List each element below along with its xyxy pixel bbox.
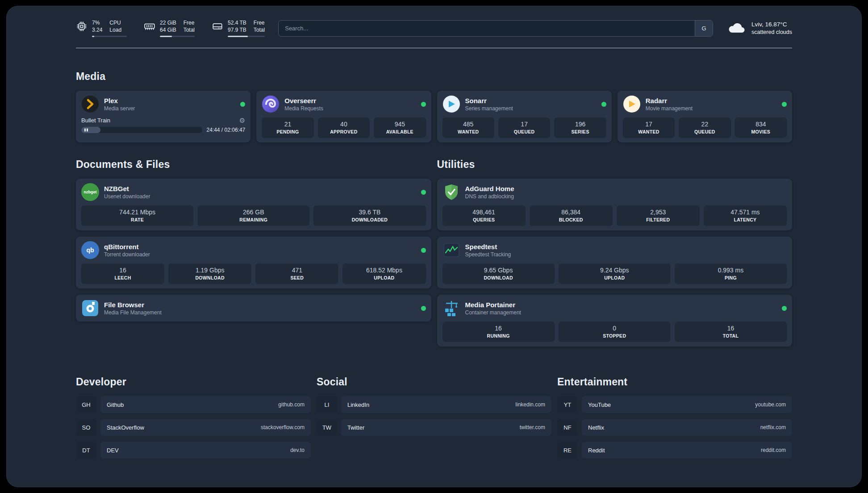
- section-heading-media: Media: [76, 71, 792, 83]
- stat-running: 16 RUNNING: [442, 322, 555, 342]
- cpu-readout: 7% 3.24 CPU Load: [92, 20, 127, 37]
- plex-card: Plex Media server Bullet Train ⚙ 24:44 /…: [76, 91, 250, 142]
- bookmark-link[interactable]: Netflix netflix.com: [582, 419, 792, 436]
- bookmark-abbr[interactable]: GH: [76, 396, 96, 413]
- service-description: Container management: [465, 309, 521, 316]
- disk-total-value: 97.9 TB: [228, 27, 246, 34]
- stat-value: 471: [257, 267, 337, 274]
- service-description: Media File Management: [104, 309, 162, 316]
- pause-icon[interactable]: [84, 129, 88, 132]
- stat-value: 834: [737, 121, 785, 128]
- filebrowser-service-link[interactable]: File Browser Media File Management: [81, 299, 426, 317]
- bookmark-abbr[interactable]: NF: [557, 419, 578, 436]
- disk-usage-fill: [228, 36, 248, 37]
- bookmark-url: reddit.com: [761, 447, 786, 453]
- bookmark-link[interactable]: StackOverflow stackoverflow.com: [100, 419, 311, 436]
- stat-label: PENDING: [263, 129, 312, 134]
- service-description: Media server: [104, 105, 135, 112]
- stat-stopped: 0 STOPPED: [559, 322, 671, 342]
- cpu-label-secondary: Load: [109, 27, 121, 34]
- service-name: AdGuard Home: [465, 185, 514, 192]
- memory-labels: Free Total: [184, 20, 195, 33]
- stat-label: SEED: [257, 275, 337, 280]
- bookmark-abbr[interactable]: SO: [76, 419, 96, 436]
- playback-progress-bar: [81, 127, 202, 133]
- social-column: Social LI LinkedIn linkedin.com TW Twitt…: [317, 355, 551, 442]
- qbittorrent-service-link[interactable]: qb qBittorrent Torrent downloader: [81, 241, 426, 259]
- bookmark-link[interactable]: YouTube youtube.com: [582, 396, 792, 413]
- portainer-service-link[interactable]: Media Portainer Container management: [442, 299, 787, 317]
- disk-free-value: 52.4 TB: [228, 20, 246, 27]
- sonarr-service-link[interactable]: Sonarr Series management: [442, 95, 606, 113]
- bookmark-name: DEV: [107, 447, 119, 454]
- stat-value: 9.24 Gbps: [560, 267, 669, 274]
- cpu-values: 7% 3.24: [92, 20, 102, 33]
- stat-value: 16: [83, 267, 163, 274]
- service-name: Sonarr: [465, 97, 513, 104]
- stat-label: QUERIES: [444, 217, 524, 222]
- settings-gear-icon[interactable]: ⚙: [239, 117, 245, 124]
- memory-icon: [144, 21, 155, 32]
- bookmark-url: stackoverflow.com: [261, 424, 305, 430]
- nzbget-service-link[interactable]: nzbget NZBGet Usenet downloader: [81, 183, 426, 201]
- adguard-service-link[interactable]: AdGuard Home DNS and adblocking: [442, 183, 787, 201]
- bookmark-name: YouTube: [588, 401, 611, 408]
- overseerr-stats: 21 PENDING 40 APPROVED 945 AVAILABLE: [262, 117, 426, 138]
- radarr-service-link[interactable]: Radarr Movie management: [623, 95, 787, 113]
- memory-usage-fill: [160, 36, 172, 37]
- memory-label-primary: Free: [184, 20, 195, 27]
- qbittorrent-stats: 16 LEECH 1.19 Gbps DOWNLOAD 471 SEED 618…: [81, 263, 426, 284]
- stat-label: AVAILABLE: [376, 129, 424, 134]
- nzbget-icon: nzbget: [81, 183, 99, 201]
- search-input[interactable]: [279, 21, 695, 36]
- bookmark-link[interactable]: DEV dev.to: [100, 442, 311, 459]
- overseerr-service-link[interactable]: Overseerr Media Requests: [262, 95, 426, 113]
- bookmark-link[interactable]: Reddit reddit.com: [582, 442, 792, 459]
- stat-available: 945 AVAILABLE: [374, 117, 426, 138]
- radarr-meta: Radarr Movie management: [646, 97, 693, 112]
- bookmark-link[interactable]: LinkedIn linkedin.com: [341, 396, 551, 413]
- bookmark-link[interactable]: Github github.com: [100, 396, 311, 413]
- cpu-widget: 7% 3.24 CPU Load: [76, 20, 127, 37]
- service-name: Overseerr: [284, 97, 323, 104]
- search-provider-button[interactable]: G: [695, 21, 713, 36]
- section-heading-utilities: Utilities: [437, 159, 793, 171]
- bookmark-abbr[interactable]: LI: [317, 396, 337, 413]
- service-name: Radarr: [646, 97, 693, 104]
- disk-icon: [212, 21, 223, 32]
- service-description: Usenet downloader: [104, 193, 150, 200]
- stat-value: 618.52 Mbps: [344, 267, 424, 274]
- speedtest-card: Speedtest Speedtest Tracking 9.65 Gbps D…: [437, 237, 793, 288]
- section-heading-social: Social: [317, 376, 551, 388]
- nzbget-icon-text: nzbget: [84, 190, 97, 194]
- overseerr-meta: Overseerr Media Requests: [284, 97, 323, 112]
- plex-service-link[interactable]: Plex Media server: [81, 95, 245, 113]
- bookmark-abbr[interactable]: DT: [76, 442, 96, 459]
- entertainment-column: Entertainment YT YouTube youtube.com NF …: [557, 355, 792, 464]
- stat-label: FILTERED: [618, 217, 698, 222]
- bookmark-abbr[interactable]: RE: [557, 442, 578, 459]
- plex-meta: Plex Media server: [104, 97, 135, 112]
- radarr-stats: 17 WANTED 22 QUEUED 834 MOVIES: [623, 117, 787, 138]
- memory-total-value: 64 GiB: [160, 27, 176, 34]
- stat-label: TOTAL: [676, 333, 785, 338]
- bookmark-abbr[interactable]: TW: [317, 419, 337, 436]
- stat-value: 17: [500, 121, 548, 128]
- stat-value: 498,461: [444, 209, 524, 216]
- stat-value: 1.19 Gbps: [170, 267, 250, 274]
- service-description: Speedtest Tracking: [465, 251, 511, 258]
- speedtest-service-link[interactable]: Speedtest Speedtest Tracking: [442, 241, 787, 259]
- stat-seed: 471 SEED: [255, 263, 338, 284]
- filebrowser-meta: File Browser Media File Management: [104, 301, 162, 316]
- bookmark-abbr[interactable]: YT: [557, 396, 578, 413]
- stat-label: RATE: [83, 217, 192, 222]
- qbittorrent-card: qb qBittorrent Torrent downloader 16 LEE…: [76, 237, 431, 288]
- stat-queries: 498,461 QUERIES: [442, 205, 526, 226]
- overseerr-card: Overseerr Media Requests 21 PENDING 40 A…: [256, 91, 431, 142]
- portainer-card: Media Portainer Container management 16 …: [437, 295, 793, 347]
- stat-wanted: 485 WANTED: [442, 117, 494, 138]
- stat-value: 266 GB: [199, 209, 308, 216]
- service-name: Media Portainer: [465, 301, 521, 309]
- bookmark-link[interactable]: Twitter twitter.com: [341, 419, 551, 436]
- cpu-percent-value: 7%: [92, 20, 102, 27]
